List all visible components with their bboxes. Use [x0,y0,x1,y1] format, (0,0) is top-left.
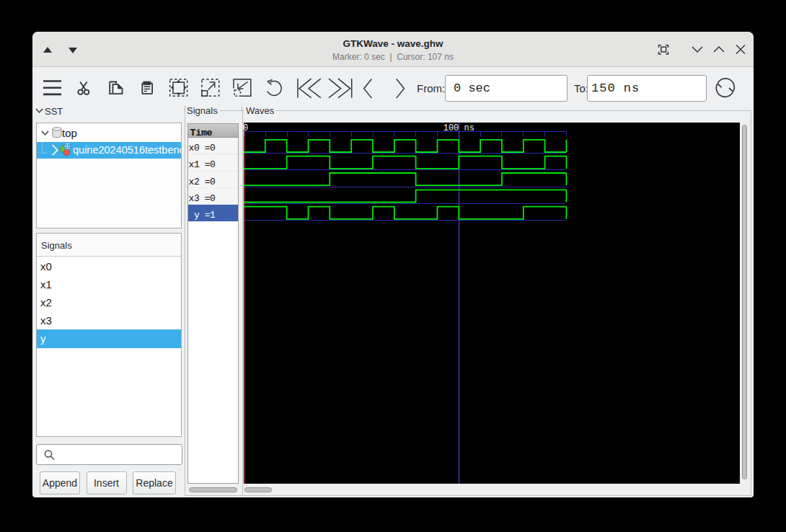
svg-text:0: 0 [244,123,248,133]
svg-text:100 ns: 100 ns [443,123,474,133]
